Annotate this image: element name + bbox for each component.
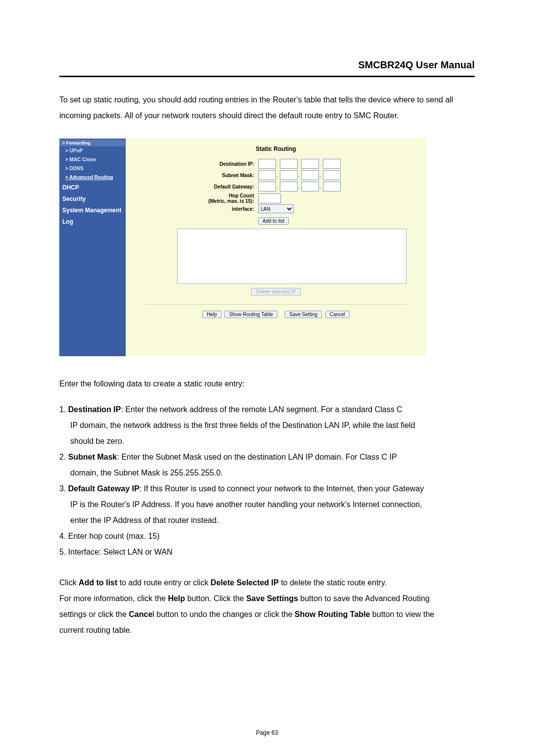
subnet-oct-1[interactable] xyxy=(258,170,276,180)
step-3: 3. Default Gateway IP: If this Router is… xyxy=(59,481,475,528)
hop-count-input[interactable] xyxy=(258,193,281,203)
step-1: 1. Destination IP: Enter the network add… xyxy=(59,402,475,449)
route-list[interactable] xyxy=(177,229,406,284)
sidebar-item-dhcp[interactable]: DHCP xyxy=(59,182,125,193)
page-number: Page 63 xyxy=(0,729,534,736)
gw-oct-3[interactable] xyxy=(301,182,319,191)
label-subnet-mask: Subnet Mask: xyxy=(126,173,258,178)
sidebar: > Forwarding > UPnP > MAC Clone > DDNS >… xyxy=(59,139,126,356)
router-screenshot: > Forwarding > UPnP > MAC Clone > DDNS >… xyxy=(59,139,426,356)
help-button[interactable]: Help xyxy=(202,311,222,318)
delete-selected-ip-button[interactable]: Delete selected IP xyxy=(251,288,300,295)
dest-ip-oct-3[interactable] xyxy=(301,159,319,169)
gw-oct-4[interactable] xyxy=(323,182,341,191)
label-interface: interface: xyxy=(126,206,258,212)
default-gateway-input: . . . xyxy=(258,182,341,191)
subnet-mask-input: . . . xyxy=(258,170,341,180)
add-to-list-button[interactable]: Add to list xyxy=(258,217,289,225)
show-routing-table-button[interactable]: Show Routing Table xyxy=(224,311,277,318)
label-hop-count: Hop Count (Metric, max. is 15): xyxy=(126,193,258,204)
sidebar-top: > Forwarding xyxy=(59,140,125,146)
label-default-gateway: Default Gateway: xyxy=(126,184,258,189)
dest-ip-oct-2[interactable] xyxy=(280,159,298,169)
step-4: 4. Enter hop count (max. 15) xyxy=(59,528,475,544)
main-pane: Static Routing Destination IP: . . . Sub… xyxy=(126,139,426,356)
interface-select[interactable]: LAN xyxy=(258,204,294,213)
separator xyxy=(145,304,406,305)
gw-oct-2[interactable] xyxy=(280,182,298,191)
dest-ip-oct-4[interactable] xyxy=(323,159,341,169)
step-2: 2. Subnet Mask: Enter the Subnet Mask us… xyxy=(59,449,475,481)
subnet-oct-3[interactable] xyxy=(301,170,319,180)
sidebar-item-upnp[interactable]: > UPnP xyxy=(59,146,125,155)
label-destination-ip: Destination IP: xyxy=(126,161,258,167)
intro-text: To set up static routing, you should add… xyxy=(59,92,475,124)
pane-title: Static Routing xyxy=(126,139,426,157)
action-row: Help Show Routing Table Save Setting Can… xyxy=(126,311,426,318)
sidebar-item-ddns[interactable]: > DDNS xyxy=(59,164,125,173)
sidebar-item-mac-clone[interactable]: > MAC Clone xyxy=(59,155,125,164)
save-setting-button[interactable]: Save Setting xyxy=(285,311,322,318)
advanced-routing-link[interactable]: > Advanced Routing xyxy=(65,175,113,180)
sidebar-item-system-management[interactable]: System Management xyxy=(59,205,125,216)
steps-list: 1. Destination IP: Enter the network add… xyxy=(59,402,475,560)
cancel-button[interactable]: Cancel xyxy=(325,311,350,318)
sidebar-item-log[interactable]: Log xyxy=(59,216,125,228)
subnet-oct-2[interactable] xyxy=(280,170,298,180)
gw-oct-1[interactable] xyxy=(258,182,276,191)
subnet-oct-4[interactable] xyxy=(323,170,341,180)
sidebar-item-advanced-routing[interactable]: > Advanced Routing xyxy=(59,173,125,182)
footer-text: Click Add to list to add route entry or … xyxy=(59,575,475,638)
explain-lead: Enter the following data to create a sta… xyxy=(59,376,475,392)
dest-ip-oct-1[interactable] xyxy=(258,159,276,169)
page-title: SMCBR24Q User Manual xyxy=(59,59,475,77)
step-5: 5. Interface: Select LAN or WAN xyxy=(59,544,475,560)
destination-ip-input: . . . xyxy=(258,159,341,169)
sidebar-item-security[interactable]: Security xyxy=(59,193,125,205)
